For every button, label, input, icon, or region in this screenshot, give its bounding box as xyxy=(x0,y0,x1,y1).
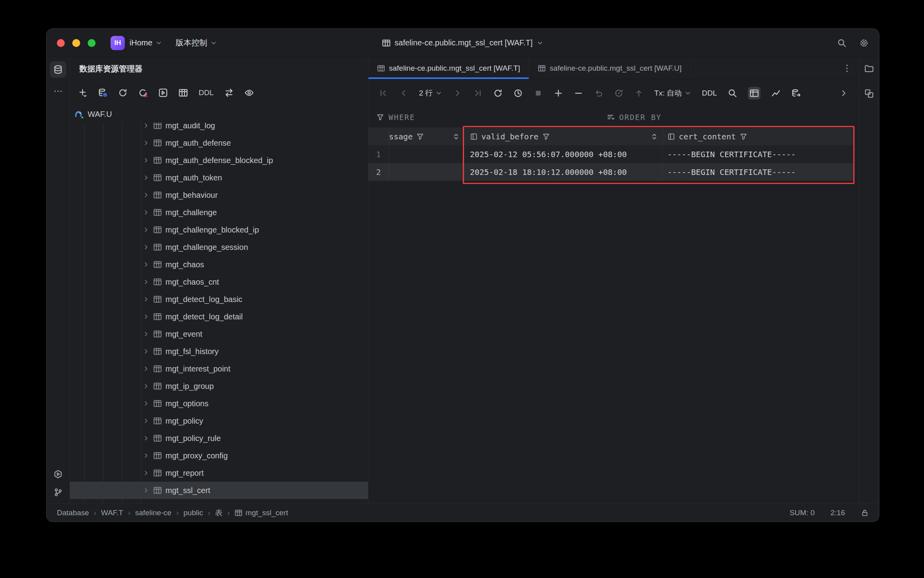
funnel-icon[interactable] xyxy=(416,133,424,141)
cancel-refresh-icon[interactable] xyxy=(138,88,148,98)
ddl-button[interactable]: DDL xyxy=(702,89,717,98)
add-datasource-icon[interactable] xyxy=(78,88,87,98)
tree-item[interactable]: mgt_chaos_cnt xyxy=(70,273,368,291)
chevron-right-icon[interactable] xyxy=(143,296,150,303)
close-button[interactable] xyxy=(57,39,65,47)
settings-gear-icon[interactable] xyxy=(859,38,869,48)
cell-cert-content[interactable]: -----BEGIN CERTIFICATE----- xyxy=(663,145,855,163)
funnel-icon[interactable] xyxy=(542,133,550,141)
revert-icon[interactable] xyxy=(614,88,624,98)
chevron-right-icon[interactable] xyxy=(143,226,150,233)
tree-item[interactable]: mgt_auth_defense xyxy=(70,134,368,152)
history-clock-icon[interactable] xyxy=(513,88,523,98)
chevron-right-icon[interactable] xyxy=(143,435,150,442)
app-logo[interactable]: IH xyxy=(111,36,125,50)
kebab-menu-icon[interactable] xyxy=(842,64,852,73)
ddl-button[interactable]: DDL xyxy=(199,88,214,97)
chevron-right-icon[interactable] xyxy=(143,157,150,164)
tree-item[interactable]: mgt_ssl_cert xyxy=(70,482,368,499)
sort-updown-icon[interactable] xyxy=(650,133,658,141)
cell-valid-before[interactable]: 2025-02-12 05:56:07.000000 +08:00 xyxy=(464,145,663,163)
breadcrumb-item[interactable]: mgt_ssl_cert xyxy=(235,509,288,517)
next-page-icon[interactable] xyxy=(453,88,462,98)
table-row[interactable]: 1 2025-02-12 05:56:07.000000 +08:00 ----… xyxy=(368,145,855,163)
cell-ssage[interactable] xyxy=(389,163,464,181)
column-header-valid-before[interactable]: valid_before xyxy=(464,128,663,145)
chart-icon[interactable] xyxy=(771,88,781,98)
folder-icon[interactable] xyxy=(864,64,874,73)
cell-ssage[interactable] xyxy=(389,145,464,163)
tree-item[interactable]: mgt_report xyxy=(70,464,368,482)
minimize-button[interactable] xyxy=(72,39,80,47)
table-row[interactable]: 2 2025-02-18 18:10:12.000000 +08:00 ----… xyxy=(368,163,855,181)
breadcrumb-item[interactable]: public xyxy=(184,509,203,517)
tree-item[interactable]: mgt_auth_defense_blocked_ip xyxy=(70,152,368,169)
chevron-right-icon[interactable] xyxy=(143,383,150,390)
chevron-right-icon[interactable] xyxy=(143,174,150,181)
chevron-right-icon[interactable] xyxy=(143,417,150,424)
chevron-right-icon[interactable] xyxy=(143,244,150,251)
tree-item[interactable]: mgt_options xyxy=(70,395,368,412)
breadcrumb-item[interactable]: safeline-ce xyxy=(135,509,171,517)
lock-open-icon[interactable] xyxy=(861,509,869,517)
chevron-right-icon[interactable] xyxy=(143,348,150,355)
page-size-dropdown[interactable]: 2 行 xyxy=(419,88,442,98)
cell-valid-before[interactable]: 2025-02-18 18:10:12.000000 +08:00 xyxy=(464,163,663,181)
funnel-icon[interactable] xyxy=(740,133,747,141)
view-toggle-icon[interactable] xyxy=(748,87,761,99)
zoom-button[interactable] xyxy=(88,39,96,47)
order-by-filter[interactable]: ORDER BY xyxy=(607,113,662,122)
sort-updown-icon[interactable] xyxy=(452,133,460,141)
chevron-right-icon[interactable] xyxy=(143,469,150,477)
add-row-icon[interactable] xyxy=(554,88,563,98)
tree-item[interactable]: mgt_policy_rule xyxy=(70,430,368,447)
chevron-right-icon[interactable] xyxy=(143,139,150,146)
tree-item[interactable]: mgt_challenge_session xyxy=(70,238,368,256)
reload-icon[interactable] xyxy=(493,88,503,98)
tree-item[interactable]: mgt_behaviour xyxy=(70,186,368,204)
table-icon[interactable] xyxy=(178,88,188,98)
more-toolwindows-icon[interactable] xyxy=(53,86,63,96)
tree-item[interactable]: mgt_fsl_history xyxy=(70,343,368,360)
structure-icon[interactable] xyxy=(864,89,874,98)
tree-item[interactable]: mgt_detect_log_basic xyxy=(70,291,368,308)
datasource-settings-icon[interactable] xyxy=(98,88,107,98)
services-run-icon[interactable] xyxy=(53,469,63,479)
delete-row-icon[interactable] xyxy=(574,88,583,98)
where-filter[interactable]: WHERE xyxy=(368,113,415,122)
chevron-right-icon[interactable] xyxy=(143,330,150,338)
tree-item[interactable] xyxy=(70,499,368,503)
cell-cert-content[interactable]: -----BEGIN CERTIFICATE----- xyxy=(663,163,855,181)
breadcrumb-item[interactable]: Database xyxy=(57,509,89,517)
chevron-right-icon[interactable] xyxy=(143,365,150,372)
undo-icon[interactable] xyxy=(594,88,603,98)
stop-icon[interactable] xyxy=(533,88,543,98)
chevron-right-icon[interactable] xyxy=(143,261,150,268)
prev-page-icon[interactable] xyxy=(399,88,408,98)
export-icon[interactable] xyxy=(791,88,801,98)
refresh-icon[interactable] xyxy=(118,88,128,98)
chevron-right-icon[interactable] xyxy=(143,122,150,129)
window-title-widget[interactable]: safeline-ce.public.mgt_ssl_cert [WAF.T] xyxy=(382,29,543,57)
preview-eye-icon[interactable] xyxy=(244,88,254,98)
tree-item[interactable]: mgt_challenge xyxy=(70,204,368,221)
chevron-right-more-icon[interactable] xyxy=(839,88,849,98)
tree-item[interactable]: mgt_policy xyxy=(70,412,368,430)
tree-item[interactable]: mgt_auth_token xyxy=(70,169,368,186)
app-menu[interactable]: iHome xyxy=(130,38,162,47)
chevron-right-icon[interactable] xyxy=(143,487,150,494)
column-header-ssage[interactable]: ssage xyxy=(389,128,464,145)
search-icon[interactable] xyxy=(837,38,847,48)
connection-node[interactable]: WAF.U xyxy=(70,105,368,123)
column-header-cert-content[interactable]: cert_content xyxy=(663,128,855,145)
tree-item[interactable]: mgt_chaos xyxy=(70,256,368,273)
tree-item[interactable]: mgt_ip_group xyxy=(70,377,368,395)
tab-waf-u[interactable]: safeline-ce.public.mgt_ssl_cert [WAF.U] xyxy=(529,57,691,79)
jump-to-console-icon[interactable] xyxy=(158,88,168,98)
tx-mode-dropdown[interactable]: Tx: 自动 xyxy=(654,88,691,98)
chevron-right-icon[interactable] xyxy=(143,278,150,285)
compare-icon[interactable] xyxy=(224,88,234,98)
breadcrumb-item[interactable]: 表 xyxy=(215,508,223,518)
submit-icon[interactable] xyxy=(634,88,644,98)
chevron-right-icon[interactable] xyxy=(143,313,150,320)
